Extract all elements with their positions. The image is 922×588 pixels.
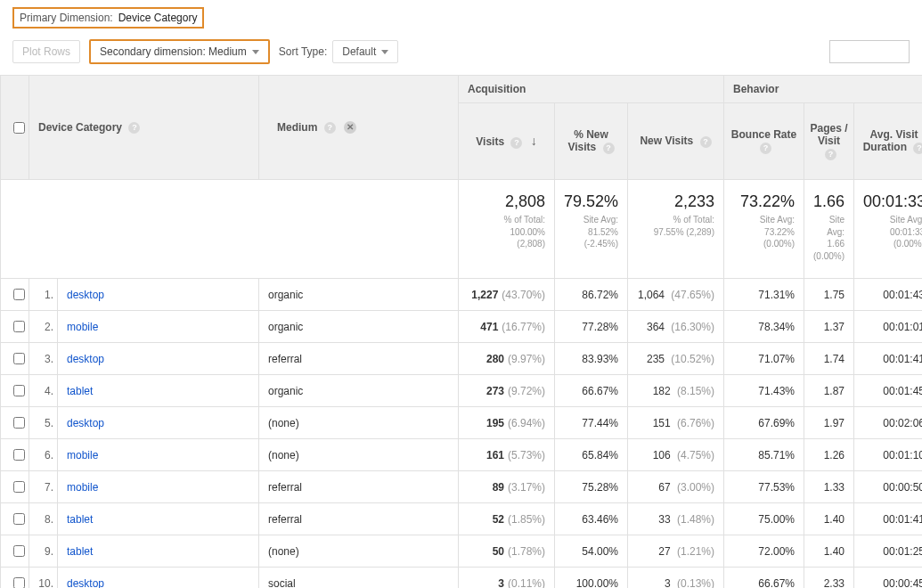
summary-new-visits: 2,233 % of Total: 97.55% (2,289) xyxy=(628,180,724,279)
help-icon[interactable]: ? xyxy=(324,122,336,134)
cell-device[interactable]: desktop xyxy=(58,568,259,589)
help-icon[interactable]: ? xyxy=(510,137,522,149)
cell-pages-per-visit: 1.87 xyxy=(804,375,854,407)
cell-device[interactable]: desktop xyxy=(58,343,259,375)
col-pct-new-visits[interactable]: % New Visits ? xyxy=(555,103,628,180)
sort-type-dropdown[interactable]: Default xyxy=(332,40,398,63)
cell-pages-per-visit: 2.33 xyxy=(804,568,854,589)
cell-avg-visit-duration: 00:01:01 xyxy=(854,311,922,343)
cell-medium[interactable]: (none) xyxy=(259,407,459,439)
sort-type-value: Default xyxy=(342,45,376,58)
search-input[interactable] xyxy=(829,40,910,63)
cell-new-visits: 106 (4.75%) xyxy=(628,439,724,471)
secondary-dimension-label: Secondary dimension: Medium xyxy=(100,45,247,58)
cell-bounce-rate: 71.31% xyxy=(724,279,804,311)
cell-device[interactable]: desktop xyxy=(58,279,259,311)
cell-device[interactable]: tablet xyxy=(58,503,259,535)
row-index: 6. xyxy=(29,439,58,471)
row-checkbox[interactable] xyxy=(13,417,25,429)
cell-new-visits: 27 (1.21%) xyxy=(628,535,724,568)
cell-new-visits: 182 (8.15%) xyxy=(628,375,724,407)
row-checkbox[interactable] xyxy=(13,513,25,525)
cell-medium[interactable]: referral xyxy=(259,343,459,375)
cell-pct-new-visits: 86.72% xyxy=(555,279,628,311)
row-checkbox[interactable] xyxy=(13,321,25,332)
cell-medium[interactable]: organic xyxy=(259,279,459,311)
summary-bounce-rate: 73.22% Site Avg: 73.22% (0.00%) xyxy=(724,180,804,279)
group-acquisition: Acquisition xyxy=(459,76,724,103)
cell-medium[interactable]: (none) xyxy=(259,535,459,568)
cell-medium[interactable]: referral xyxy=(259,503,459,535)
secondary-dimension-dropdown[interactable]: Secondary dimension: Medium xyxy=(89,39,270,64)
cell-pages-per-visit: 1.26 xyxy=(804,439,854,471)
help-icon[interactable]: ? xyxy=(603,143,615,154)
remove-secondary-dimension-icon[interactable]: ✕ xyxy=(344,121,356,134)
cell-visits: 273(9.72%) xyxy=(459,375,555,407)
table-row: 10.desktopsocial3(0.11%)100.00%3 (0.13%)… xyxy=(1,568,923,589)
cell-pages-per-visit: 1.37 xyxy=(804,311,854,343)
primary-dimension: Primary Dimension: Device Category xyxy=(12,7,204,29)
row-checkbox[interactable] xyxy=(13,577,25,588)
table-row: 4.tabletorganic273(9.72%)66.67%182 (8.15… xyxy=(1,375,923,407)
summary-pct-new-visits: 79.52% Site Avg: 81.52% (-2.45%) xyxy=(555,180,628,279)
chevron-down-icon xyxy=(252,50,259,54)
row-index: 3. xyxy=(29,343,58,375)
table-row: 1.desktoporganic1,227(43.70%)86.72%1,064… xyxy=(1,279,923,311)
row-checkbox[interactable] xyxy=(13,289,25,300)
primary-dimension-label: Primary Dimension: xyxy=(20,12,113,24)
row-checkbox[interactable] xyxy=(13,481,25,493)
help-icon[interactable]: ? xyxy=(700,136,712,148)
cell-medium[interactable]: (none) xyxy=(259,439,459,471)
cell-bounce-rate: 67.69% xyxy=(724,407,804,439)
cell-new-visits: 1,064 (47.65%) xyxy=(628,279,724,311)
table-row: 9.tablet(none)50(1.78%)54.00%27 (1.21%)7… xyxy=(1,535,923,568)
cell-medium[interactable]: referral xyxy=(259,471,459,503)
cell-avg-visit-duration: 00:01:45 xyxy=(854,375,922,407)
cell-device[interactable]: mobile xyxy=(58,439,259,471)
col-avg-visit-duration[interactable]: Avg. Visit Duration ? xyxy=(854,103,922,180)
cell-bounce-rate: 85.71% xyxy=(724,439,804,471)
cell-pages-per-visit: 1.74 xyxy=(804,343,854,375)
sort-type-label: Sort Type: xyxy=(279,45,327,58)
cell-avg-visit-duration: 00:01:25 xyxy=(854,535,922,568)
cell-device[interactable]: tablet xyxy=(58,375,259,407)
help-icon[interactable]: ? xyxy=(913,143,922,154)
help-icon[interactable]: ? xyxy=(825,149,836,160)
cell-new-visits: 33 (1.48%) xyxy=(628,503,724,535)
cell-device[interactable]: desktop xyxy=(58,407,259,439)
col-pages-per-visit[interactable]: Pages / Visit ? xyxy=(804,103,854,180)
cell-medium[interactable]: organic xyxy=(259,375,459,407)
cell-pages-per-visit: 1.75 xyxy=(804,279,854,311)
col-device-category[interactable]: Device Category xyxy=(38,121,122,134)
select-all-checkbox[interactable] xyxy=(13,122,25,134)
cell-device[interactable]: mobile xyxy=(58,311,259,343)
summary-avg-visit-duration: 00:01:33 Site Avg: 00:01:33 (0.00%) xyxy=(854,180,922,279)
report-table: Device Category ? Medium ? ✕ Acquisition… xyxy=(0,75,922,588)
help-icon[interactable]: ? xyxy=(760,143,771,154)
cell-medium[interactable]: organic xyxy=(259,311,459,343)
primary-dimension-value: Device Category xyxy=(118,12,198,24)
cell-pages-per-visit: 1.40 xyxy=(804,535,854,568)
cell-visits: 195(6.94%) xyxy=(459,407,555,439)
cell-medium[interactable]: social xyxy=(259,568,459,589)
row-index: 10. xyxy=(29,568,58,589)
cell-pct-new-visits: 66.67% xyxy=(555,375,628,407)
cell-pct-new-visits: 63.46% xyxy=(555,503,628,535)
col-medium[interactable]: Medium xyxy=(277,121,317,134)
summary-visits: 2,808 % of Total: 100.00% (2,808) xyxy=(459,180,555,279)
col-new-visits[interactable]: New Visits ? xyxy=(628,103,724,180)
row-checkbox[interactable] xyxy=(13,545,25,557)
row-checkbox[interactable] xyxy=(13,353,25,364)
cell-pages-per-visit: 1.33 xyxy=(804,471,854,503)
cell-device[interactable]: tablet xyxy=(58,535,259,568)
cell-new-visits: 67 (3.00%) xyxy=(628,471,724,503)
cell-device[interactable]: mobile xyxy=(58,471,259,503)
row-index: 4. xyxy=(29,375,58,407)
help-icon[interactable]: ? xyxy=(128,122,140,134)
cell-bounce-rate: 66.67% xyxy=(724,568,804,589)
col-bounce-rate[interactable]: Bounce Rate ? xyxy=(724,103,804,180)
row-checkbox[interactable] xyxy=(13,385,25,396)
row-checkbox[interactable] xyxy=(13,449,25,461)
col-visits[interactable]: Visits ? ↓ xyxy=(459,103,555,180)
cell-pct-new-visits: 77.44% xyxy=(555,407,628,439)
